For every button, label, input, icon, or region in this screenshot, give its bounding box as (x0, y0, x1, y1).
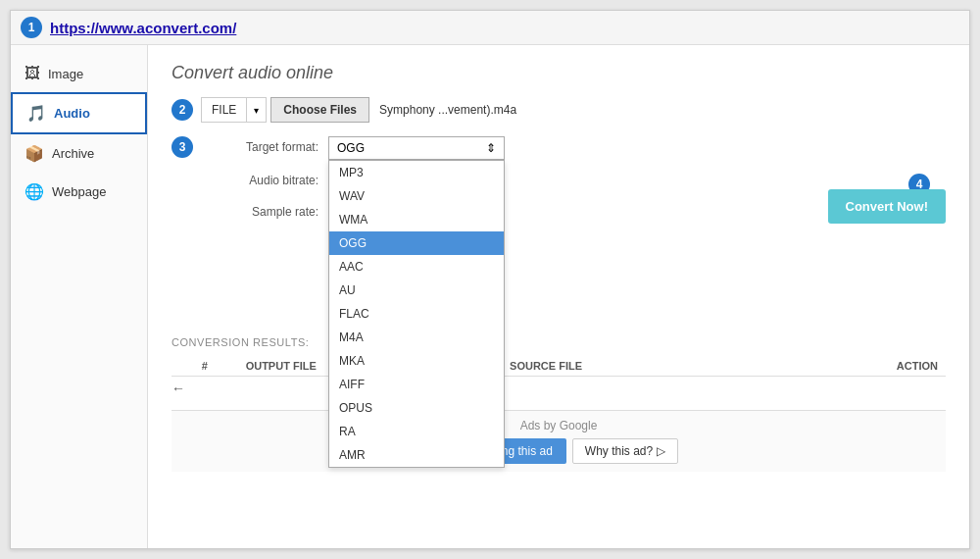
sidebar-label-audio: Audio (54, 106, 90, 121)
format-option-mp3[interactable]: MP3 (329, 161, 504, 184)
sidebar-label-webpage: Webpage (52, 184, 106, 199)
format-option-m4a[interactable]: M4A (329, 326, 504, 349)
format-option-flac[interactable]: FLAC (329, 302, 504, 326)
format-option-ogg[interactable]: OGG (329, 231, 504, 255)
format-dropdown-arrow: ⇕ (486, 141, 496, 155)
sidebar-label-image: Image (48, 67, 83, 81)
choose-files-button[interactable]: Choose Files (270, 97, 369, 123)
back-arrow[interactable]: ← (172, 381, 185, 396)
sidebar: Image Audio Archive Webpage (11, 45, 148, 548)
archive-icon (24, 144, 44, 163)
chosen-filename: Symphony ...vement).m4a (379, 103, 516, 117)
results-table: # OUTPUT FILE SOURCE FILE ACTION (172, 356, 946, 377)
format-option-opus[interactable]: OPUS (329, 396, 504, 420)
selected-format: OGG (337, 141, 365, 155)
ads-text: Ads by Google (520, 419, 598, 432)
sidebar-item-archive[interactable]: Archive (11, 134, 147, 173)
why-ad-button[interactable]: Why this ad? ▷ (572, 438, 678, 464)
format-dropdown: MP3 WAV WMA OGG AAC AU FLAC M4A MKA AIFF… (328, 160, 505, 468)
target-format-label: Target format: (201, 136, 318, 154)
site-url[interactable]: https://www.aconvert.com/ (50, 20, 236, 36)
sample-rate-label: Sample rate: (201, 201, 318, 219)
image-icon (24, 65, 40, 82)
audio-icon (26, 104, 46, 123)
format-option-wav[interactable]: WAV (329, 184, 504, 208)
step-badge-2: 2 (172, 99, 193, 121)
format-option-wma[interactable]: WMA (329, 208, 504, 231)
step-badge-3: 3 (172, 136, 193, 158)
format-option-aiff[interactable]: AIFF (329, 373, 504, 396)
sidebar-label-archive: Archive (52, 146, 94, 161)
format-row: Target format: OGG ⇕ MP3 WAV WMA OGG AA (201, 136, 505, 160)
file-type-dropdown[interactable]: ▾ (247, 97, 267, 123)
sidebar-item-audio[interactable]: Audio (11, 92, 147, 134)
file-type-label: FILE (201, 97, 247, 123)
format-select-wrapper: OGG ⇕ MP3 WAV WMA OGG AAC AU FLAC M (328, 136, 505, 160)
sidebar-item-webpage[interactable]: Webpage (11, 173, 147, 211)
file-input-row: FILE ▾ Choose Files Symphony ...vement).… (201, 97, 516, 123)
top-bar: 1 https://www.aconvert.com/ (11, 11, 969, 45)
webpage-icon (24, 182, 44, 201)
format-option-mka[interactable]: MKA (329, 349, 504, 373)
bitrate-row: Audio bitrate: (201, 170, 946, 187)
why-ad-icon: ▷ (657, 444, 665, 458)
col-action: ACTION (771, 356, 946, 377)
step-badge-1: 1 (21, 17, 42, 38)
results-title: CONVERSION RESULTS: (172, 336, 946, 348)
format-option-au[interactable]: AU (329, 279, 504, 302)
conversion-results: CONVERSION RESULTS: # OUTPUT FILE SOURCE… (172, 336, 946, 396)
ads-bar: Ads by Google Stop seeing this ad Why th… (172, 410, 946, 472)
convert-now-button[interactable]: Convert Now! (828, 189, 947, 224)
format-select-display[interactable]: OGG ⇕ (328, 136, 505, 160)
sidebar-item-image[interactable]: Image (11, 55, 147, 92)
content-area: Convert audio online 2 FILE ▾ Choose Fil… (148, 45, 969, 548)
format-option-amr[interactable]: AMR (329, 443, 504, 467)
audio-bitrate-label: Audio bitrate: (201, 170, 318, 187)
main-area: Image Audio Archive Webpage Convert audi… (11, 45, 969, 548)
format-option-aac[interactable]: AAC (329, 255, 504, 279)
page-title: Convert audio online (172, 63, 946, 83)
col-source: SOURCE FILE (502, 356, 771, 377)
col-num: # (172, 356, 238, 377)
format-option-ra[interactable]: RA (329, 420, 504, 443)
file-type-group: FILE ▾ (201, 97, 267, 123)
why-ad-label: Why this ad? (585, 444, 653, 458)
